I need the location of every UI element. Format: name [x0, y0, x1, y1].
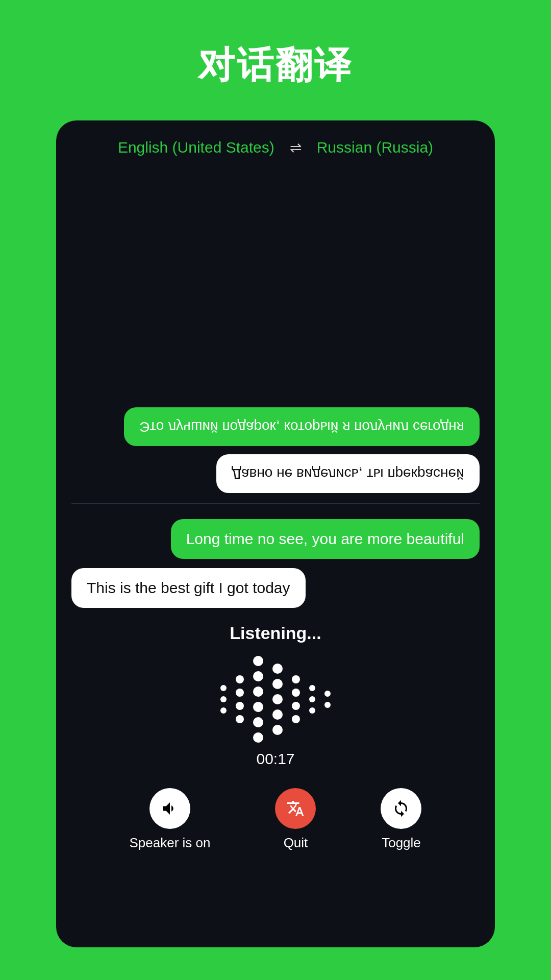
target-language[interactable]: Russian (Russia): [317, 139, 433, 156]
translate-icon: [286, 799, 305, 818]
wave-dot: [324, 702, 331, 708]
toggle-label: Toggle: [382, 835, 421, 851]
normal-white-bubble: This is the best gift I got today: [71, 568, 306, 608]
wave-dot: [292, 689, 300, 697]
wave-dot: [253, 717, 263, 727]
flipped-green-bubble: Это лучший подарок, который я получил се…: [124, 407, 480, 446]
wave-dot: [309, 685, 315, 691]
wave-dot: [309, 696, 315, 702]
wave-dot: [236, 702, 244, 710]
wave-dot: [220, 707, 227, 714]
timer-display: 00:17: [256, 750, 294, 768]
wave-dot: [272, 679, 283, 689]
wave-dot: [220, 696, 227, 702]
controls-bar: Speaker is on Quit Toggle: [66, 778, 485, 871]
listening-status: Listening...: [230, 623, 321, 643]
speaker-icon: [161, 799, 179, 818]
wave-dot: [272, 709, 283, 720]
wave-dot: [272, 664, 283, 674]
wave-dot: [253, 702, 263, 712]
wave-col-4: [272, 664, 283, 735]
wave-dot: [253, 687, 263, 697]
wave-col-7: [324, 691, 331, 708]
wave-col-1: [220, 685, 227, 714]
speaker-control: Speaker is on: [130, 788, 211, 851]
wave-dot: [272, 694, 283, 704]
wave-dot: [253, 671, 263, 681]
normal-green-bubble: Long time no see, you are more beautiful: [171, 519, 480, 559]
wave-dot: [324, 691, 331, 697]
waveform: [220, 658, 331, 740]
wave-dot: [292, 702, 300, 710]
swap-icon[interactable]: ⇌: [290, 139, 302, 156]
wave-dot: [309, 707, 315, 714]
toggle-control: Toggle: [381, 788, 421, 851]
wave-col-2: [236, 675, 244, 723]
wave-dot: [253, 656, 263, 666]
quit-label: Quit: [284, 835, 308, 851]
wave-dot: [236, 715, 244, 723]
language-header: English (United States) ⇌ Russian (Russi…: [56, 120, 495, 168]
page-title: 对话翻译: [198, 41, 353, 90]
toggle-icon: [392, 799, 410, 818]
toggle-button[interactable]: [381, 788, 421, 829]
quit-control: Quit: [275, 788, 316, 851]
wave-dot: [292, 715, 300, 723]
wave-dot: [272, 725, 283, 735]
wave-dot: [236, 675, 244, 683]
source-language[interactable]: English (United States): [118, 139, 274, 156]
wave-col-3: [253, 656, 263, 743]
wave-dot: [292, 675, 300, 683]
flipped-white-bubble: Давно не виделись, ты прекрасней: [216, 454, 480, 493]
top-section: Это лучший подарок, который я получил се…: [56, 168, 495, 503]
wave-dot: [236, 689, 244, 697]
speaker-label: Speaker is on: [130, 835, 211, 851]
wave-col-5: [292, 675, 300, 723]
wave-col-6: [309, 685, 315, 714]
wave-dot: [220, 685, 227, 691]
bottom-section: Long time no see, you are more beautiful…: [56, 504, 495, 608]
main-card: English (United States) ⇌ Russian (Russi…: [56, 120, 495, 947]
wave-dot: [253, 732, 263, 743]
listening-area: Listening...: [56, 608, 495, 948]
speaker-button[interactable]: [149, 788, 190, 829]
quit-button[interactable]: [275, 788, 316, 829]
